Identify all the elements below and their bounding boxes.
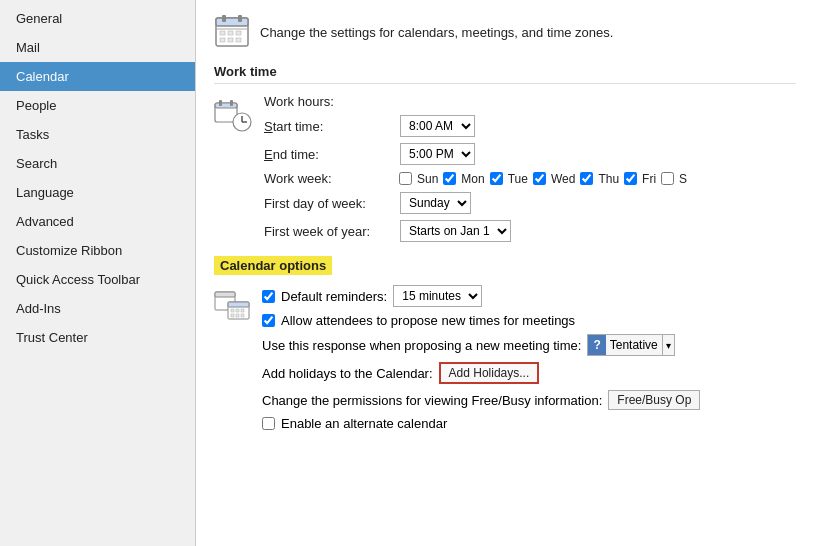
svg-rect-9 <box>228 38 233 42</box>
sidebar-item-tasks[interactable]: Tasks <box>0 120 195 149</box>
svg-rect-27 <box>241 314 244 317</box>
work-hours-row: Work hours: <box>264 94 687 109</box>
firstweek-label: First week of year: <box>264 224 394 239</box>
sidebar-item-trust-center[interactable]: Trust Center <box>0 323 195 352</box>
svg-rect-13 <box>219 100 222 106</box>
sun-label: Sun <box>417 172 438 186</box>
sat-label: S <box>679 172 687 186</box>
mon-checkbox[interactable] <box>443 172 456 185</box>
firstday-label: First day of week: <box>264 196 394 211</box>
end-time-label: End time: <box>264 147 394 162</box>
end-time-select[interactable]: 5:00 PM <box>400 143 475 165</box>
fri-checkbox[interactable] <box>624 172 637 185</box>
svg-rect-1 <box>216 18 248 26</box>
sidebar-item-addins[interactable]: Add-Ins <box>0 294 195 323</box>
sat-checkbox[interactable] <box>661 172 674 185</box>
end-time-row: End time: 5:00 PM <box>264 143 687 165</box>
sidebar-item-people[interactable]: People <box>0 91 195 120</box>
free-busy-button[interactable]: Free/Busy Op <box>608 390 700 410</box>
cal-options-rows: Default reminders: 15 minutes Allow atte… <box>262 285 700 431</box>
start-time-select[interactable]: 8:00 AM <box>400 115 475 137</box>
free-busy-row: Change the permissions for viewing Free/… <box>262 390 700 410</box>
workweek-label: Work week: <box>264 171 394 186</box>
sidebar-item-label: Mail <box>16 40 40 55</box>
sidebar-item-quick-access[interactable]: Quick Access Toolbar <box>0 265 195 294</box>
add-holidays-label: Add holidays to the Calendar: <box>262 366 433 381</box>
svg-rect-25 <box>231 314 234 317</box>
sidebar-item-search[interactable]: Search <box>0 149 195 178</box>
svg-rect-8 <box>220 38 225 42</box>
firstday-row: First day of week: Sunday <box>264 192 687 214</box>
allow-attendees-label: Allow attendees to propose new times for… <box>281 313 575 328</box>
svg-rect-24 <box>241 309 244 312</box>
calendar-options-heading: Calendar options <box>214 256 796 285</box>
thu-checkbox[interactable] <box>580 172 593 185</box>
firstweek-row: First week of year: Starts on Jan 1 <box>264 220 687 242</box>
add-holidays-row: Add holidays to the Calendar: Add Holida… <box>262 362 700 384</box>
firstday-select[interactable]: Sunday <box>400 192 471 214</box>
enable-alternate-label: Enable an alternate calendar <box>281 416 447 431</box>
work-time-title: Work time <box>214 64 796 84</box>
default-reminders-label: Default reminders: <box>281 289 387 304</box>
sidebar-item-advanced[interactable]: Advanced <box>0 207 195 236</box>
enable-alternate-checkbox[interactable] <box>262 417 275 430</box>
header-row: Change the settings for calendars, meeti… <box>214 14 796 50</box>
use-response-label: Use this response when proposing a new m… <box>262 338 581 353</box>
mon-label: Mon <box>461 172 484 186</box>
tentative-label: Tentative <box>606 338 662 352</box>
fri-label: Fri <box>642 172 656 186</box>
header-description: Change the settings for calendars, meeti… <box>260 25 613 40</box>
sun-checkbox[interactable] <box>399 172 412 185</box>
tentative-button[interactable]: ? Tentative ▾ <box>587 334 674 356</box>
clock-calendar-icon <box>214 96 252 137</box>
enable-alternate-row: Enable an alternate calendar <box>262 416 700 431</box>
calendar-options-section: Calendar options <box>214 256 796 431</box>
svg-rect-7 <box>236 31 241 35</box>
tentative-dropdown-arrow[interactable]: ▾ <box>662 335 674 355</box>
work-time-section: Work time Work hours: <box>214 64 796 242</box>
sidebar-item-label: Tasks <box>16 127 49 142</box>
add-holidays-button[interactable]: Add Holidays... <box>439 362 540 384</box>
tue-checkbox[interactable] <box>490 172 503 185</box>
sidebar-item-label: Add-Ins <box>16 301 61 316</box>
calendar-options-icon <box>214 287 250 326</box>
allow-attendees-row: Allow attendees to propose new times for… <box>262 313 700 328</box>
workweek-row: Work week: Sun Mon Tue Wed Thu Fri S <box>264 171 687 186</box>
use-response-row: Use this response when proposing a new m… <box>262 334 700 356</box>
sidebar-item-label: People <box>16 98 56 113</box>
tentative-question-icon: ? <box>588 335 605 355</box>
sidebar-item-label: Quick Access Toolbar <box>16 272 140 287</box>
start-time-label: Start time: <box>264 119 394 134</box>
svg-rect-22 <box>231 309 234 312</box>
svg-rect-12 <box>215 103 237 108</box>
thu-label: Thu <box>598 172 619 186</box>
reminders-select[interactable]: 15 minutes <box>393 285 482 307</box>
wed-checkbox[interactable] <box>533 172 546 185</box>
sidebar-item-label: General <box>16 11 62 26</box>
work-time-form: Work hours: Start time: 8:00 AM End time… <box>264 94 687 242</box>
svg-rect-6 <box>228 31 233 35</box>
sidebar-item-label: Calendar <box>16 69 69 84</box>
sidebar-item-language[interactable]: Language <box>0 178 195 207</box>
sidebar-item-general[interactable]: General <box>0 4 195 33</box>
sidebar-item-label: Language <box>16 185 74 200</box>
svg-rect-26 <box>236 314 239 317</box>
svg-rect-19 <box>215 292 235 297</box>
svg-rect-21 <box>228 302 249 307</box>
sidebar-item-label: Customize Ribbon <box>16 243 122 258</box>
firstweek-select[interactable]: Starts on Jan 1 <box>400 220 511 242</box>
sidebar-item-label: Search <box>16 156 57 171</box>
wed-label: Wed <box>551 172 575 186</box>
start-time-row: Start time: 8:00 AM <box>264 115 687 137</box>
sidebar-item-mail[interactable]: Mail <box>0 33 195 62</box>
default-reminders-checkbox[interactable] <box>262 290 275 303</box>
svg-rect-5 <box>220 31 225 35</box>
allow-attendees-checkbox[interactable] <box>262 314 275 327</box>
sidebar: General Mail Calendar People Tasks Searc… <box>0 0 196 546</box>
free-busy-label: Change the permissions for viewing Free/… <box>262 393 602 408</box>
calendar-header-icon <box>214 14 250 50</box>
sidebar-item-calendar[interactable]: Calendar <box>0 62 195 91</box>
sidebar-item-customize-ribbon[interactable]: Customize Ribbon <box>0 236 195 265</box>
sidebar-item-label: Trust Center <box>16 330 88 345</box>
main-content: Change the settings for calendars, meeti… <box>196 0 814 546</box>
